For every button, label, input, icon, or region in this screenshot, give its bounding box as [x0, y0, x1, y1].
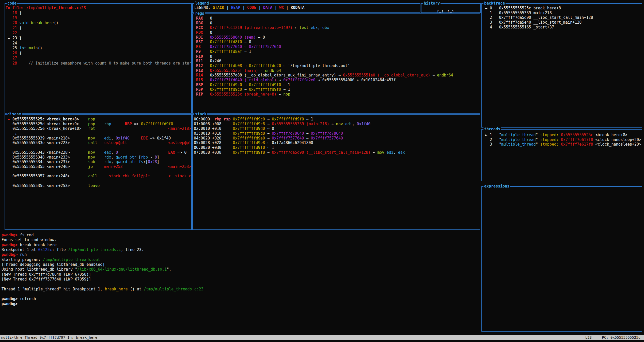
- term-line: Breakpoint 1 at 0x125c: file /tmp/multip…: [2, 247, 480, 252]
- term-line: R15 0x7ffff7ffd040 (_rtld_global) → 0x7f…: [194, 78, 480, 83]
- term-line: pwndbg> refresh: [2, 297, 480, 301]
- term-line: ↓: [6, 131, 191, 136]
- term-line: [2, 282, 480, 287]
- term-line: 21 {: [6, 26, 191, 31]
- term-line: 07:0038│+038 0x7fffffffd9f8 → 0x7ffff7da…: [194, 150, 480, 155]
- term-line: 3 "multiple_thread" stopped: 0x7ffff7e61…: [483, 142, 642, 147]
- term-line: 25 int main(): [6, 46, 191, 51]
- term-line: 0x55555555534c <main+237> sub rdx, qword…: [6, 160, 191, 164]
- term-line: R13 0x55555555525f (main) ← endbr64: [194, 68, 480, 73]
- term-line: pwndbg> fs cmd: [2, 233, 480, 238]
- status-bar-left: multi-thre Thread 0x7ffff7d797 In: break…: [1, 335, 97, 340]
- history-forward-button[interactable]: [→]: [447, 10, 454, 12]
- stack-panel: stack 00:0000│ rbp rsp 0x7fffffffd9c0 → …: [192, 114, 480, 230]
- term-line: 0x555555555343 <main+228> mov eax, 0EAX …: [6, 150, 191, 155]
- term-line: 0x55555555525d <break_here+9> pop rbp RB…: [6, 122, 191, 127]
- term-line: ► 23 }: [6, 36, 191, 41]
- term-line: [6, 179, 191, 183]
- term-line: R12 0x7fffffffdb08 → 0x7fffffffde20 ← '/…: [194, 64, 480, 68]
- term-line: 3 0x7ffff7da5e40 __libc_start_main+128: [483, 20, 642, 25]
- history-panel-content: [←][→]: [421, 4, 480, 12]
- expressions-panel-content: [482, 187, 642, 331]
- term-line: [6, 145, 191, 150]
- console-output[interactable]: pwndbg> fs cmdFocus set to cmd window.pw…: [0, 232, 480, 333]
- term-line: 04:0020│+020 0x7fffffffd9e0 → 0x7ffff757…: [194, 136, 480, 141]
- expressions-panel: expressions: [481, 186, 642, 332]
- term-line: 02:0010│+010 0x7fffffffd9d0 ← 0: [194, 126, 480, 131]
- stack-panel-content: 00:0000│ rbp rsp 0x7fffffffd9c0 → 0x7fff…: [193, 115, 480, 229]
- term-line: 0x555555555339 <main+218> mov edi, 0x1f4…: [6, 136, 191, 141]
- term-line: 26 {: [6, 51, 191, 56]
- term-line: 19: [6, 16, 191, 21]
- console-lines: pwndbg> fs cmdFocus set to cmd window.pw…: [0, 232, 480, 306]
- legend-panel: legend LEGEND: STACK | HEAP | CODE | DAT…: [192, 3, 420, 13]
- term-line: RDX 0: [194, 30, 480, 35]
- term-line: 4 0x555555555165 _start+37: [483, 25, 642, 30]
- term-line: pwndbg>: [2, 302, 480, 306]
- term-line: 0x555555555357 <main+248> call __stack_c…: [6, 174, 191, 179]
- registers-panel-content: RAX 0 RBX 0 RCX 0x7ffff7e11219 (pthread_…: [193, 14, 480, 113]
- term-line: RBX 0: [194, 21, 480, 26]
- status-line-number: L23: [585, 335, 592, 340]
- term-line: 18 }: [6, 11, 191, 16]
- term-line: 05:0028│+028 0x7fffffffd9e8 ← 0xf7a4866c…: [194, 141, 480, 145]
- term-line: 22: [6, 31, 191, 36]
- term-line: 24: [6, 41, 191, 46]
- term-line: 27: [6, 56, 191, 61]
- term-line: Using host libthread_db library "/lib/x8…: [2, 267, 480, 272]
- backtrace-panel-content: ► 0 0x55555555525c break_here+8 1 0x5555…: [482, 4, 642, 127]
- term-line: RSI 0x7fffffffd8f0 ← 0: [194, 40, 480, 44]
- term-line: R14 0x555555557d88 (__do_global_dtors_au…: [194, 73, 480, 78]
- term-line: In file: /tmp/multiple_threads.c:23: [6, 6, 191, 11]
- disasm-panel-content: ► 0x55555555525c <break_here+8> nop 0x55…: [5, 115, 191, 229]
- backtrace-panel: backtrace ► 0 0x55555555525c break_here+…: [481, 3, 642, 128]
- term-line: 06:0030│+030 0x7fffffffd9f0 ← 1: [194, 145, 480, 150]
- pwndbg-debugger-screen: code In file: /tmp/multiple_threads.c:23…: [0, 0, 644, 342]
- term-line: Starting program: /tmp/multiple_threads.…: [2, 257, 480, 262]
- term-line: [New Thread 0x7ffff7d78640 (LWP 67058)]: [2, 272, 480, 277]
- term-line: 0x55555555525e <break_here+10> ret<main+…: [6, 126, 191, 131]
- term-line: R11 0x246: [194, 59, 480, 64]
- term-line: 2 "multiple_thread" stopped: 0x7ffff7e61…: [483, 137, 642, 142]
- term-line: RCX 0x7ffff7e11219 (pthread_create+1497)…: [194, 25, 480, 30]
- term-line: 00:0000│ rbp rsp 0x7fffffffd9c0 → 0x7fff…: [194, 117, 480, 122]
- status-pc: PC: 0x55555555525c: [602, 335, 640, 340]
- term-line: [Thread debugging using libthread_db ena…: [2, 262, 480, 267]
- term-line: 20 void break_here(): [6, 21, 191, 26]
- term-line: [2, 292, 480, 297]
- term-line: [6, 169, 191, 174]
- term-line: 1 0x555555555339 main+218: [483, 11, 642, 15]
- term-line: R8 0x7ffff7577640 ← 0x7ffff7577640: [194, 44, 480, 49]
- term-line: 0x55555555535c <main+253> leave: [6, 183, 191, 188]
- history-panel: history [←][→]: [421, 3, 481, 13]
- term-line: LEGEND: STACK | HEAP | CODE | DATA | WX …: [194, 5, 420, 10]
- term-line: 0x555555555355 <main+246> je main+253<ma…: [6, 164, 191, 169]
- term-line: 03:0018│+018 0x7fffffffd9d8 → 0x7ffff7d7…: [194, 131, 480, 136]
- code-panel: code In file: /tmp/multiple_threads.c:23…: [5, 3, 192, 114]
- legend-panel-content: LEGEND: STACK | HEAP | CODE | DATA | WX …: [193, 4, 420, 12]
- term-line: RIP 0x55555555525c (break_here+8) ← nop: [194, 92, 480, 97]
- term-line: R10 8: [194, 54, 480, 59]
- term-line: RAX 0: [194, 16, 480, 21]
- term-line: 0x555555555348 <main+233> mov rdx, qword…: [6, 155, 191, 160]
- term-line: RBP 0x7fffffffd9c0 → 0x7fffffffd9f0 ← 1: [194, 83, 480, 87]
- registers-panel: regs RAX 0 RBX 0 RCX 0x7ffff7e11219 (pth…: [192, 13, 480, 114]
- code-panel-content: In file: /tmp/multiple_threads.c:23 18 }…: [5, 4, 191, 113]
- term-line: ► 1 "multiple_thread" stopped: 0x5555555…: [483, 133, 642, 137]
- term-line: R9 0x7fffffffd8af ← 1: [194, 49, 480, 54]
- status-bar: multi-thre Thread 0x7ffff7d797 In: break…: [0, 335, 644, 340]
- term-line: 2 0x7ffff7da5d90 __libc_start_call_main+…: [483, 15, 642, 20]
- disasm-panel: disasm ► 0x55555555525c <break_here+8> n…: [5, 114, 192, 230]
- threads-panel: threads ► 1 "multiple_thread" stopped: 0…: [481, 129, 642, 181]
- term-line: [New Thread 0x7ffff7577640 (LWP 67059)]: [2, 277, 480, 282]
- term-line: ► 0x55555555525c <break_here+8> nop: [6, 117, 191, 122]
- term-line: Focus set to cmd window.: [2, 238, 480, 242]
- term-line: Thread 1 "multiple_thread" hit Breakpoin…: [2, 287, 480, 292]
- history-back-button[interactable]: [←]: [437, 10, 444, 12]
- term-line: ► 0 0x55555555525c break_here+8: [483, 6, 642, 11]
- term-line: pwndbg> run: [2, 252, 480, 257]
- term-line: 01:0008│+008 0x7fffffffd9c8 → 0x55555555…: [194, 122, 480, 127]
- term-line: RSP 0x7fffffffd9c0 → 0x7fffffffd9f0 ← 1: [194, 87, 480, 92]
- term-line: 0x55555555533e <main+223> call usleep@pl…: [6, 141, 191, 145]
- term-line: RDI 0x555555558040 (sem) ← 0: [194, 35, 480, 40]
